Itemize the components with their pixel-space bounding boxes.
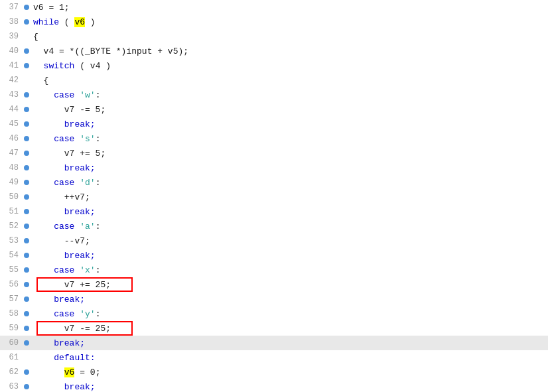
line-number: 53 <box>0 236 24 245</box>
code-token: break; <box>33 338 85 348</box>
breakpoint-dot[interactable] <box>24 369 29 375</box>
line-gutter <box>24 382 31 392</box>
line-content: case 'a': <box>31 222 548 231</box>
line-gutter <box>24 17 31 27</box>
code-token: ) <box>85 17 96 27</box>
code-token: switch <box>33 61 74 71</box>
line-gutter <box>24 134 31 144</box>
line-gutter <box>24 119 31 129</box>
code-line: 59 v7 -= 25; <box>0 321 548 336</box>
line-number: 42 <box>0 76 24 85</box>
breakpoint-dot[interactable] <box>24 296 29 302</box>
code-line: 60 break; <box>0 336 548 350</box>
code-token: ++v7; <box>33 192 90 202</box>
breakpoint-dot[interactable] <box>24 5 29 10</box>
breakpoint-dot[interactable] <box>24 224 29 229</box>
code-line: 50 ++v7; <box>0 190 548 204</box>
breakpoint-dot[interactable] <box>24 107 29 112</box>
code-line: 37v6 = 1; <box>0 0 548 15</box>
line-number: 55 <box>0 265 24 275</box>
breakpoint-dot[interactable] <box>24 92 29 98</box>
code-token: case <box>33 178 74 188</box>
line-number: 49 <box>0 178 24 187</box>
breakpoint-dot[interactable] <box>24 340 29 346</box>
code-token: default: <box>33 353 96 363</box>
code-token: ( <box>59 17 74 27</box>
code-line: 47 v7 += 5; <box>0 146 548 161</box>
breakpoint-dot[interactable] <box>24 384 29 389</box>
code-token: case <box>33 309 74 319</box>
code-token: break; <box>33 251 96 261</box>
line-gutter <box>24 236 31 246</box>
line-content: default: <box>31 353 548 363</box>
code-token: break; <box>33 207 96 217</box>
line-number: 58 <box>0 309 24 318</box>
breakpoint-dot[interactable] <box>24 282 29 287</box>
code-token: v4 = *((_BYTE *)input + v5); <box>33 46 188 56</box>
code-token: : <box>96 265 101 275</box>
line-number: 44 <box>0 105 24 114</box>
code-line: 63 break; <box>0 379 548 392</box>
line-content: case 'd': <box>31 178 548 188</box>
line-content: break; <box>31 338 548 348</box>
code-line: 41 switch ( v4 ) <box>0 58 548 73</box>
line-content: ++v7; <box>31 192 548 202</box>
line-gutter <box>24 280 31 290</box>
line-gutter <box>24 309 31 319</box>
code-line: 43 case 'w': <box>0 88 548 102</box>
breakpoint-dot[interactable] <box>24 194 29 200</box>
breakpoint-dot[interactable] <box>24 48 29 54</box>
line-gutter <box>24 192 31 202</box>
breakpoint-dot[interactable] <box>24 151 29 156</box>
line-number: 46 <box>0 134 24 143</box>
code-token: v7 += 5; <box>33 149 105 159</box>
code-token: : <box>96 134 101 144</box>
breakpoint-dot[interactable] <box>24 121 29 127</box>
line-content: v7 -= 25; <box>31 324 548 334</box>
code-token: : <box>96 222 101 231</box>
line-content: v7 -= 5; <box>31 105 548 115</box>
line-content: switch ( v4 ) <box>31 61 548 71</box>
line-number: 59 <box>0 324 24 333</box>
code-token: : <box>96 309 101 319</box>
line-number: 54 <box>0 251 24 260</box>
line-number: 38 <box>0 17 24 27</box>
code-line: 62 v6 = 0; <box>0 365 548 379</box>
line-content: break; <box>31 163 548 173</box>
code-token: break; <box>33 163 96 173</box>
code-token: v6 <box>33 3 44 13</box>
line-gutter <box>24 207 31 217</box>
breakpoint-dot[interactable] <box>24 19 29 25</box>
breakpoint-dot[interactable] <box>24 63 29 68</box>
code-token: break; <box>33 382 96 392</box>
breakpoint-dot[interactable] <box>24 165 29 170</box>
line-number: 48 <box>0 163 24 172</box>
line-content: v6 = 1; <box>31 3 548 13</box>
line-number: 62 <box>0 367 24 377</box>
line-content: break; <box>31 119 548 129</box>
breakpoint-dot[interactable] <box>24 136 29 141</box>
line-content: case 'w': <box>31 90 548 100</box>
line-gutter <box>24 294 31 304</box>
line-gutter <box>24 367 31 377</box>
line-number: 63 <box>0 382 24 391</box>
breakpoint-dot[interactable] <box>24 209 29 214</box>
breakpoint-dot[interactable] <box>24 326 29 331</box>
line-gutter <box>24 251 31 261</box>
line-number: 60 <box>0 338 24 348</box>
breakpoint-dot[interactable] <box>24 238 29 243</box>
line-number: 57 <box>0 294 24 304</box>
breakpoint-dot[interactable] <box>24 311 29 316</box>
breakpoint-dot[interactable] <box>24 267 29 273</box>
code-token: break; <box>33 119 96 129</box>
line-gutter <box>24 265 31 275</box>
code-token: : <box>96 90 101 100</box>
line-gutter <box>24 178 31 188</box>
line-content: { <box>31 32 548 42</box>
breakpoint-dot[interactable] <box>24 180 29 185</box>
line-number: 45 <box>0 119 24 129</box>
line-content: { <box>31 76 548 86</box>
line-gutter <box>24 149 31 159</box>
breakpoint-dot[interactable] <box>24 253 29 258</box>
line-content: while ( v6 ) <box>31 17 548 27</box>
